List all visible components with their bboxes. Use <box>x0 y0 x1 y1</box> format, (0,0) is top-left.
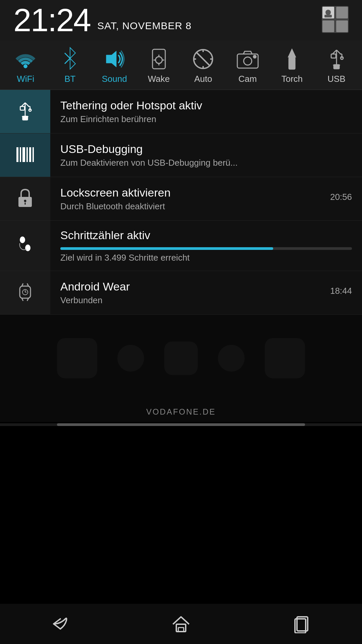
bt-icon <box>58 47 82 71</box>
notification-usb-debug[interactable]: USB-Debugging Zum Deaktivieren von USB-D… <box>0 133 362 177</box>
notif-content-usb-debug: USB-Debugging Zum Deaktivieren von USB-D… <box>50 133 362 177</box>
barcode-icon <box>15 145 35 166</box>
torch-label: Torch <box>281 74 303 84</box>
bt-label: BT <box>64 74 75 84</box>
toggle-auto[interactable]: Auto <box>183 47 223 84</box>
notif-title-steps: Schrittzähler aktiv <box>60 229 352 242</box>
notif-content-steps: Schrittzähler aktiv Ziel wird in 3.499 S… <box>50 221 362 271</box>
bg-app-1 <box>57 338 97 378</box>
svg-rect-4 <box>336 20 348 32</box>
bg-app-5 <box>265 338 305 378</box>
torch-icon <box>280 47 304 71</box>
svg-marker-25 <box>288 49 296 57</box>
lock-icon <box>16 187 34 210</box>
notif-sub-lockscreen: Durch Bluetooth deaktiviert <box>60 201 305 212</box>
svg-point-5 <box>325 10 331 15</box>
bg-app-2 <box>117 345 144 372</box>
svg-rect-38 <box>20 106 24 110</box>
svg-line-21 <box>196 52 210 66</box>
toggle-cam[interactable]: Cam <box>228 47 268 84</box>
svg-point-53 <box>25 245 31 251</box>
notification-wear[interactable]: Android Wear Verbunden 18:44 <box>0 271 362 315</box>
svg-point-24 <box>253 55 256 58</box>
notif-icon-area-usb-debug <box>0 133 50 177</box>
nav-bar <box>0 604 362 644</box>
steps-progress-bar <box>60 247 273 250</box>
svg-marker-9 <box>106 51 116 67</box>
svg-rect-45 <box>22 147 25 162</box>
notif-icon-area-lockscreen <box>0 177 50 220</box>
scroll-thumb <box>57 423 305 426</box>
notif-sub-wear: Verbunden <box>60 295 305 306</box>
home-button[interactable] <box>161 610 201 637</box>
svg-point-52 <box>20 236 25 243</box>
profile-icon[interactable] <box>322 6 349 34</box>
notif-icon-area-wear <box>0 271 50 314</box>
svg-rect-46 <box>26 147 28 162</box>
notif-title-usb-debug: USB-Debugging <box>60 143 352 156</box>
usb-icon <box>324 47 349 71</box>
svg-line-7 <box>65 53 70 58</box>
bg-app-4 <box>218 345 245 372</box>
notif-title-wear: Android Wear <box>60 280 320 293</box>
svg-rect-48 <box>33 147 34 162</box>
notif-title-lockscreen: Lockscreen aktivieren <box>60 186 320 199</box>
svg-rect-3 <box>322 20 334 32</box>
toggle-usb[interactable]: USB <box>316 47 357 84</box>
usb-label: USB <box>327 74 345 84</box>
svg-rect-42 <box>23 116 28 120</box>
notif-sub-tethering: Zum Einrichten berühren <box>60 114 305 124</box>
svg-line-8 <box>65 58 70 64</box>
svg-rect-34 <box>334 65 339 69</box>
sound-label: Sound <box>102 74 127 84</box>
cam-icon <box>236 47 260 71</box>
notif-content-wear: Android Wear Verbunden <box>50 271 330 314</box>
wake-label: Wake <box>148 74 170 84</box>
recents-button[interactable] <box>282 610 322 637</box>
sound-icon <box>102 47 126 71</box>
auto-label: Auto <box>194 74 213 84</box>
date: SAT, NOVEMBER 8 <box>97 20 191 32</box>
notification-lockscreen[interactable]: Lockscreen aktivieren Durch Bluetooth de… <box>0 177 362 221</box>
toggle-wifi[interactable]: WiFi <box>5 47 46 84</box>
svg-point-11 <box>156 57 162 63</box>
tethering-icon <box>14 100 36 123</box>
notif-time-lockscreen: 20:56 <box>330 184 362 210</box>
notifications-list: Tethering oder Hotspot aktiv Zum Einrich… <box>0 90 362 315</box>
notif-content-lockscreen: Lockscreen aktivieren Durch Bluetooth de… <box>50 177 330 220</box>
scroll-indicator <box>0 423 362 426</box>
svg-rect-47 <box>29 147 31 162</box>
notification-tethering[interactable]: Tethering oder Hotspot aktiv Zum Einrich… <box>0 90 362 133</box>
svg-point-50 <box>23 199 27 203</box>
svg-line-28 <box>333 50 337 54</box>
notif-sub-steps: Ziel wird in 3.499 Schritte erreicht <box>60 253 305 263</box>
notif-time-wear: 18:44 <box>330 278 362 304</box>
svg-rect-2 <box>336 7 348 18</box>
bg-app-3 <box>164 341 198 375</box>
background-apps <box>0 315 362 402</box>
svg-rect-43 <box>16 147 18 162</box>
toggle-bt[interactable]: BT <box>50 47 90 84</box>
svg-line-29 <box>337 50 341 54</box>
svg-point-23 <box>244 57 252 65</box>
toggle-torch[interactable]: Torch <box>272 47 312 84</box>
svg-line-37 <box>25 103 29 106</box>
wake-icon <box>147 47 171 71</box>
quick-toggles: WiFi BT Sound <box>0 40 362 90</box>
svg-line-36 <box>21 103 25 106</box>
carrier-label: VODAFONE.DE <box>0 402 362 422</box>
svg-rect-6 <box>324 15 332 17</box>
back-button[interactable] <box>40 610 80 637</box>
steps-progress-container <box>60 247 352 250</box>
notif-icon-area-tethering <box>0 90 50 133</box>
svg-rect-30 <box>331 54 336 58</box>
toggle-wake[interactable]: Wake <box>139 47 179 84</box>
cam-label: Cam <box>238 74 257 84</box>
status-bar: 21:24 SAT, NOVEMBER 8 <box>0 0 362 40</box>
svg-rect-10 <box>153 49 165 69</box>
toggle-sound[interactable]: Sound <box>94 47 134 84</box>
clock: 21:24 <box>13 4 90 36</box>
notif-sub-usb-debug: Zum Deaktivieren von USB-Debugging berü.… <box>60 158 305 168</box>
notification-steps[interactable]: Schrittzähler aktiv Ziel wird in 3.499 S… <box>0 221 362 271</box>
wifi-label: WiFi <box>17 74 34 84</box>
